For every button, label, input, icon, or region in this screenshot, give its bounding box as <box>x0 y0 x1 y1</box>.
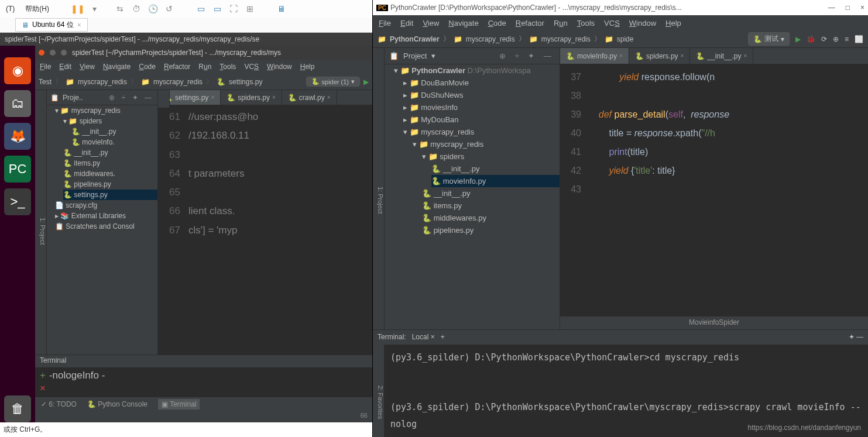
clock-icon[interactable]: 🕒 <box>146 2 159 15</box>
run-config-selector[interactable]: 🐍 测试 ▾ <box>748 32 790 46</box>
sidebar-structure[interactable] <box>158 90 170 108</box>
terminal-add-icon[interactable]: + <box>441 333 445 341</box>
menu-view[interactable]: View <box>80 63 95 71</box>
tree-file[interactable]: 🐍 __init__.py <box>71 126 157 137</box>
view2-icon[interactable]: ▭ <box>211 2 224 15</box>
coverage-icon[interactable]: ⊕ <box>833 35 839 43</box>
sidebar-project-btn[interactable]: 1: Project <box>35 90 47 355</box>
menu-edit[interactable]: Edit <box>59 63 71 71</box>
window-max-icon[interactable]: □ <box>846 4 850 12</box>
terminal-icon[interactable]: >_ <box>4 188 31 215</box>
tree-file[interactable]: 🐍 __init__.py <box>422 187 560 199</box>
menu-refactor[interactable]: Refactor <box>516 19 544 27</box>
crumb-0[interactable]: PythonCrawler <box>390 35 440 43</box>
debug-icon[interactable]: 🐞 <box>807 35 815 43</box>
menu-navigate[interactable]: Navigate <box>448 19 478 27</box>
menu-run[interactable]: Run <box>554 19 568 27</box>
menu-tools[interactable]: Tools <box>577 19 595 27</box>
menu-edit[interactable]: Edit <box>400 19 413 27</box>
menu-vcs[interactable]: VCS <box>244 63 259 71</box>
tree-tools[interactable]: ⊕ ÷ ✦ — <box>109 94 154 102</box>
tree-file[interactable]: 🐍 items.py <box>63 158 157 168</box>
terminal-tab-local[interactable]: Local × <box>412 333 435 341</box>
tab-todo[interactable]: ✓ 6: TODO <box>41 400 77 408</box>
menu-view[interactable]: View <box>423 19 439 27</box>
dropdown-icon[interactable]: ▾ <box>88 2 101 15</box>
crumb-1[interactable]: myscrapy_redis <box>466 35 515 43</box>
tree-file[interactable]: 🐍 items.py <box>422 199 560 212</box>
screen-icon[interactable]: 🖥 <box>275 2 288 15</box>
view1-icon[interactable]: ▭ <box>194 2 207 15</box>
window-close-icon[interactable]: × <box>860 4 864 12</box>
crumb-3[interactable]: spide <box>617 35 634 43</box>
window-min-icon[interactable]: — <box>828 4 835 12</box>
tab-terminal[interactable]: ▣ Terminal <box>158 399 200 410</box>
tree-dir[interactable]: ▸ 📁 moviesInfo <box>403 101 560 113</box>
menu-window[interactable]: Window <box>629 19 656 27</box>
pycharm-icon[interactable]: PC <box>4 156 31 183</box>
menu-window[interactable]: Window <box>267 63 292 71</box>
snapshot-icon[interactable]: ⏱ <box>130 2 143 15</box>
revert-icon[interactable]: ↺ <box>163 2 176 15</box>
tree-file[interactable]: 🐍 pipelines.py <box>63 179 157 190</box>
window-close-icon[interactable] <box>39 50 44 56</box>
crumb-3[interactable]: settings.py <box>229 78 262 86</box>
tree-file[interactable]: 🐍 movieInfo. <box>71 137 157 147</box>
crumb-2[interactable]: myscrapy_redis <box>153 78 203 86</box>
run-config-selector[interactable]: 🐍spider (1) ▾ <box>306 77 360 87</box>
crumb-1[interactable]: myscrapy_redis <box>78 78 127 86</box>
tree-dir[interactable]: ▸ 📁 DuShuNews <box>403 89 560 101</box>
attach-icon[interactable]: ⟳ <box>821 35 827 43</box>
menu-code[interactable]: Code <box>139 63 156 71</box>
code-editor[interactable]: 61 62 63 64 65 66 67 //user:pass@ho /192… <box>158 105 372 355</box>
close-icon[interactable]: × <box>77 21 81 29</box>
terminal-close-icon[interactable]: × <box>40 383 46 394</box>
gear-icon[interactable]: ✦ — <box>849 333 863 341</box>
files-icon[interactable]: 🗂 <box>4 90 31 117</box>
menu-file[interactable]: File <box>379 19 391 27</box>
code-editor[interactable]: 37 38 39 40 41 42 43 yield response.foll… <box>560 64 868 316</box>
run-icon[interactable]: ▶ <box>363 78 369 86</box>
tree-file-selected[interactable]: 🐍 settings.py <box>63 190 157 200</box>
menu-help[interactable]: Help <box>300 63 315 71</box>
menu-navigate[interactable]: Navigate <box>103 63 131 71</box>
crumb-0[interactable]: Test <box>39 78 52 86</box>
menu-file[interactable]: File <box>40 63 51 71</box>
menu-refactor[interactable]: Refactor <box>164 63 190 71</box>
run-icon[interactable]: ▶ <box>795 35 801 43</box>
menu-code[interactable]: Code <box>488 19 506 27</box>
fullscreen-icon[interactable]: ⛶ <box>227 2 240 15</box>
tree-spiders[interactable]: ▾ 📁 spiders <box>63 116 157 126</box>
tree-scratch[interactable]: 📋 Scratches and Consol <box>55 221 157 232</box>
tab-movieinfo[interactable]: 🐍 movieInfo.py × <box>560 48 629 64</box>
profile-icon[interactable]: ≡ <box>845 35 849 43</box>
tree-root[interactable]: ▾ 📁 PythonCrawler D:\PythonWorkspa <box>394 64 560 77</box>
tree-file-selected[interactable]: 🐍 movieInfo.py <box>431 175 560 187</box>
menu-vcs[interactable]: VCS <box>604 19 620 27</box>
tree-ext[interactable]: ▸ 📚 External Libraries <box>55 211 157 221</box>
tree-cfg[interactable]: 📄 scrapy.cfg <box>55 200 157 211</box>
unity-icon[interactable]: ⊞ <box>243 2 256 15</box>
vm-tab-ubuntu[interactable]: 🖥 Ubuntu 64 位 × <box>15 18 88 32</box>
tab-spiders[interactable]: 🐍 spiders.py × <box>629 48 691 64</box>
dash-icon[interactable]: ◉ <box>4 57 31 84</box>
sidebar-project-btn[interactable]: 1: Project <box>373 48 385 329</box>
tree-root[interactable]: ▾ 📁 myscrapy_redis <box>55 105 157 116</box>
sidebar-favorites-btn[interactable]: 2: Favorites <box>373 345 385 438</box>
crumb-2[interactable]: myscrapy_redis <box>541 35 591 43</box>
tree-file[interactable]: 🐍 pipelines.py <box>422 224 560 236</box>
tab-spiders[interactable]: 🐍 spiders.py × <box>221 90 282 105</box>
tree-spiders[interactable]: ▾ 📁 spiders <box>422 150 560 163</box>
tree-dir[interactable]: ▸ 📁 MyDouBan <box>403 113 560 126</box>
tree-file[interactable]: 🐍 __init__.py <box>63 147 157 158</box>
terminal-body[interactable]: + × -nologeInfo - <box>35 367 372 397</box>
pause-icon[interactable]: ❚❚ <box>71 2 84 15</box>
tab-init[interactable]: 🐍 __init__.py × <box>690 48 753 64</box>
trash-icon[interactable]: 🗑 <box>4 395 31 422</box>
window-min-icon[interactable] <box>50 50 56 56</box>
tree-tools[interactable]: ⊕ ÷ ✦ — <box>499 51 555 60</box>
vm-menu-help[interactable]: 帮助(H) <box>22 2 53 16</box>
tree-file[interactable]: 🐍 middlewares.py <box>422 212 560 224</box>
menu-help[interactable]: Help <box>665 19 681 27</box>
vm-menu-t[interactable]: (T) <box>2 2 18 15</box>
